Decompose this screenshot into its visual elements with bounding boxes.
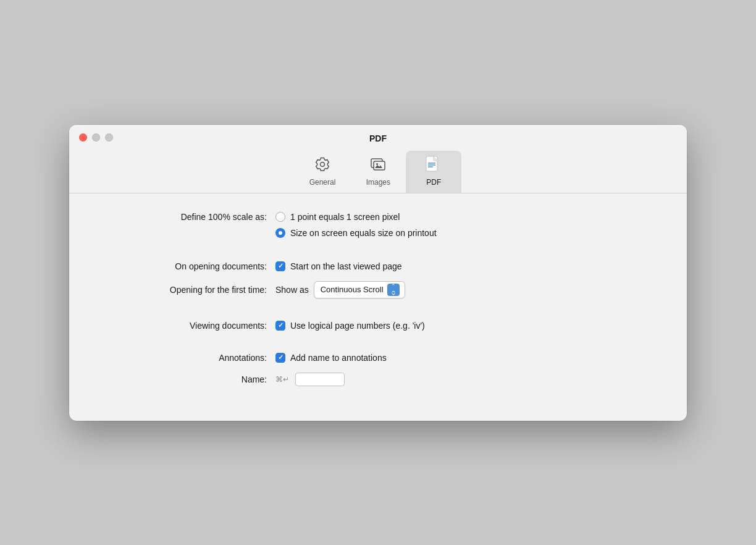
scale-option2-row: Size on screen equals size on printout xyxy=(275,228,437,238)
name-label: Name: xyxy=(94,374,267,384)
on-opening-label: On opening documents: xyxy=(94,261,267,271)
tab-pdf-label: PDF xyxy=(426,178,441,187)
window-title: PDF xyxy=(369,133,387,143)
viewing-row: Viewing documents: Use logical page numb… xyxy=(94,321,662,331)
traffic-lights xyxy=(79,133,113,142)
svg-rect-1 xyxy=(374,161,385,170)
tab-general-label: General xyxy=(309,178,336,187)
annotations-row: Annotations: Add name to annotations xyxy=(94,353,662,363)
scale-option1-text: 1 point equals 1 screen pixel xyxy=(290,212,400,222)
viewing-checkbox[interactable] xyxy=(275,321,285,331)
tab-general[interactable]: General xyxy=(295,151,351,193)
scale-option2-text: Size on screen equals size on printout xyxy=(290,228,437,238)
annotations-checkbox[interactable] xyxy=(275,353,285,363)
scale-option1-row: 1 point equals 1 screen pixel xyxy=(275,212,437,222)
close-button[interactable] xyxy=(79,133,87,142)
show-as-dropdown[interactable]: Continuous Scroll xyxy=(314,281,405,298)
scale-row: Define 100% scale as: 1 point equals 1 s… xyxy=(94,212,662,244)
show-as-row: Show as Continuous Scroll xyxy=(275,281,405,298)
tab-images[interactable]: Images xyxy=(350,151,406,193)
on-opening-checkbox[interactable] xyxy=(275,261,285,271)
annotations-label: Annotations: xyxy=(94,353,267,363)
dropdown-value: Continuous Scroll xyxy=(321,285,384,294)
maximize-button[interactable] xyxy=(105,133,113,142)
on-opening-row: On opening documents: Start on the last … xyxy=(94,261,662,271)
dropdown-arrow-icon xyxy=(387,284,400,296)
name-row: Name: ⌘↵ xyxy=(94,373,662,386)
tab-images-label: Images xyxy=(366,178,390,187)
toolbar: General Images xyxy=(295,151,462,193)
on-opening-option-text: Start on the last viewed page xyxy=(290,261,402,271)
preferences-window: PDF General xyxy=(69,125,687,421)
scale-radio-group: 1 point equals 1 screen pixel Size on sc… xyxy=(275,212,437,244)
viewing-label: Viewing documents: xyxy=(94,321,267,331)
gear-icon xyxy=(314,156,331,175)
annotations-option-text: Add name to annotations xyxy=(290,353,387,363)
settings-content: Define 100% scale as: 1 point equals 1 s… xyxy=(69,193,687,421)
first-time-row: Opening for the first time: Show as Cont… xyxy=(94,281,662,298)
tab-pdf[interactable]: PDF xyxy=(406,151,461,193)
scale-option1-radio[interactable] xyxy=(275,212,285,222)
scale-label: Define 100% scale as: xyxy=(94,212,267,222)
pdf-icon xyxy=(425,156,442,175)
scale-option2-radio[interactable] xyxy=(275,228,285,238)
titlebar: PDF General xyxy=(69,125,687,193)
name-shortcut-icon: ⌘↵ xyxy=(275,375,289,384)
svg-point-2 xyxy=(376,163,378,165)
minimize-button[interactable] xyxy=(92,133,100,142)
viewing-option-text: Use logical page numbers (e.g. 'iv') xyxy=(290,321,425,331)
show-as-label: Show as xyxy=(275,285,309,295)
first-time-label: Opening for the first time: xyxy=(94,285,267,295)
images-icon xyxy=(369,156,387,175)
name-input[interactable] xyxy=(295,373,345,386)
